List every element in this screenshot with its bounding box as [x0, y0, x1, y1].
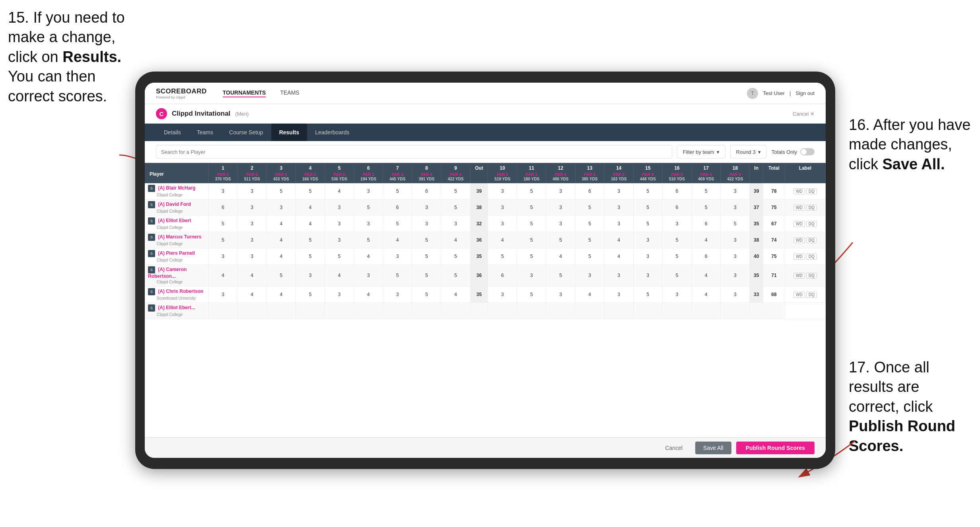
- dq-btn[interactable]: DQ: [806, 188, 817, 194]
- hole-7-score[interactable]: 6: [383, 200, 412, 216]
- hole-16-score[interactable]: 5: [663, 248, 692, 265]
- hole-8-score[interactable]: 3: [412, 216, 441, 232]
- hole-9-score[interactable]: 5: [441, 248, 470, 265]
- dq-btn[interactable]: DQ: [806, 237, 817, 243]
- hole-7-score[interactable]: 5: [383, 216, 412, 232]
- hole-18-score[interactable]: 3: [721, 200, 750, 216]
- hole-9-score[interactable]: 3: [441, 216, 470, 232]
- hole-2-score[interactable]: 4: [237, 287, 266, 303]
- hole-18-score[interactable]: 5: [721, 216, 750, 232]
- hole-15-score[interactable]: 5: [633, 287, 662, 303]
- hole-5-score[interactable]: 3: [325, 200, 354, 216]
- hole-4-score[interactable]: 3: [296, 265, 325, 287]
- hole-18-score[interactable]: 3: [721, 287, 750, 303]
- hole-5-score[interactable]: 3: [325, 287, 354, 303]
- tab-course-setup[interactable]: Course Setup: [221, 124, 271, 141]
- hole-8-score[interactable]: 3: [412, 200, 441, 216]
- hole-17-score[interactable]: 4: [692, 287, 721, 303]
- hole-13-score[interactable]: 5: [575, 248, 604, 265]
- hole-4-score[interactable]: 5: [296, 287, 325, 303]
- nav-teams[interactable]: TEAMS: [280, 89, 299, 97]
- hole-11-score[interactable]: 5: [517, 248, 546, 265]
- hole-2-score[interactable]: 3: [237, 183, 266, 200]
- hole-8-score[interactable]: 5: [412, 287, 441, 303]
- hole-3-score[interactable]: 4: [266, 287, 296, 303]
- hole-9-score[interactable]: 5: [441, 265, 470, 287]
- hole-11-score[interactable]: 5: [517, 232, 546, 248]
- hole-4-score[interactable]: 5: [296, 183, 325, 200]
- hole-16-score[interactable]: 5: [663, 232, 692, 248]
- hole-7-score[interactable]: 3: [383, 248, 412, 265]
- hole-14-score[interactable]: 3: [604, 216, 633, 232]
- hole-8-score[interactable]: 6: [412, 183, 441, 200]
- hole-13-score[interactable]: 5: [575, 200, 604, 216]
- hole-14-score[interactable]: 3: [604, 200, 633, 216]
- nav-tournaments[interactable]: TOURNAMENTS: [223, 89, 266, 97]
- hole-14-score[interactable]: 3: [604, 183, 633, 200]
- hole-11-score[interactable]: 5: [517, 183, 546, 200]
- hole-9-score[interactable]: 4: [441, 232, 470, 248]
- hole-3-score[interactable]: 3: [266, 200, 296, 216]
- hole-8-score[interactable]: 5: [412, 248, 441, 265]
- hole-12-score[interactable]: 3: [546, 183, 575, 200]
- hole-8-score[interactable]: 5: [412, 232, 441, 248]
- hole-11-score[interactable]: 5: [517, 287, 546, 303]
- totals-toggle-switch[interactable]: [800, 148, 815, 155]
- hole-9-score[interactable]: 5: [441, 200, 470, 216]
- hole-2-score[interactable]: 3: [237, 248, 266, 265]
- hole-8-score[interactable]: 5: [412, 265, 441, 287]
- hole-7-score[interactable]: 5: [383, 183, 412, 200]
- hole-15-score[interactable]: 5: [633, 200, 662, 216]
- cancel-tournament-btn[interactable]: Cancel ✕: [793, 111, 815, 117]
- hole-10-score[interactable]: 3: [488, 200, 517, 216]
- hole-9-score[interactable]: 5: [441, 183, 470, 200]
- hole-1-score[interactable]: 3: [208, 287, 237, 303]
- hole-1-score[interactable]: 3: [208, 183, 237, 200]
- hole-6-score[interactable]: 3: [354, 265, 383, 287]
- hole-16-score[interactable]: 6: [663, 200, 692, 216]
- hole-5-score[interactable]: 3: [325, 216, 354, 232]
- hole-16-score[interactable]: 3: [663, 287, 692, 303]
- hole-15-score[interactable]: 3: [633, 248, 662, 265]
- hole-16-score[interactable]: 5: [663, 265, 692, 287]
- dq-btn[interactable]: DQ: [806, 221, 817, 227]
- hole-6-score[interactable]: 3: [354, 183, 383, 200]
- hole-13-score[interactable]: 6: [575, 183, 604, 200]
- hole-3-score[interactable]: 5: [266, 265, 296, 287]
- round-selector-btn[interactable]: Round 3 ▾: [730, 145, 767, 159]
- hole-10-score[interactable]: 6: [488, 265, 517, 287]
- hole-16-score[interactable]: 6: [663, 183, 692, 200]
- hole-12-score[interactable]: 3: [546, 200, 575, 216]
- hole-1-score[interactable]: 6: [208, 200, 237, 216]
- hole-12-score[interactable]: 4: [546, 248, 575, 265]
- hole-13-score[interactable]: 4: [575, 287, 604, 303]
- hole-12-score[interactable]: 5: [546, 232, 575, 248]
- save-all-btn[interactable]: Save All: [695, 442, 731, 454]
- tab-leaderboards[interactable]: Leaderboards: [307, 124, 357, 141]
- dq-btn[interactable]: DQ: [806, 273, 817, 279]
- hole-11-score[interactable]: 5: [517, 200, 546, 216]
- hole-10-score[interactable]: 3: [488, 287, 517, 303]
- hole-18-score[interactable]: 3: [721, 265, 750, 287]
- hole-1-score[interactable]: 3: [208, 248, 237, 265]
- hole-3-score[interactable]: 4: [266, 216, 296, 232]
- dq-btn[interactable]: DQ: [806, 205, 817, 211]
- wd-btn[interactable]: WD: [793, 205, 805, 211]
- hole-18-score[interactable]: 3: [721, 248, 750, 265]
- hole-2-score[interactable]: 3: [237, 232, 266, 248]
- hole-10-score[interactable]: 3: [488, 216, 517, 232]
- hole-17-score[interactable]: 6: [692, 248, 721, 265]
- wd-btn[interactable]: WD: [793, 292, 805, 298]
- publish-btn[interactable]: Publish Round Scores: [736, 442, 815, 454]
- wd-btn[interactable]: WD: [793, 188, 805, 194]
- hole-14-score[interactable]: 4: [604, 248, 633, 265]
- hole-4-score[interactable]: 5: [296, 248, 325, 265]
- hole-12-score[interactable]: 5: [546, 265, 575, 287]
- cancel-action-btn[interactable]: Cancel: [657, 442, 690, 454]
- hole-2-score[interactable]: 3: [237, 216, 266, 232]
- hole-5-score[interactable]: 4: [325, 183, 354, 200]
- hole-6-score[interactable]: 5: [354, 200, 383, 216]
- hole-6-score[interactable]: 5: [354, 232, 383, 248]
- wd-btn[interactable]: WD: [793, 254, 805, 260]
- wd-btn[interactable]: WD: [793, 237, 805, 243]
